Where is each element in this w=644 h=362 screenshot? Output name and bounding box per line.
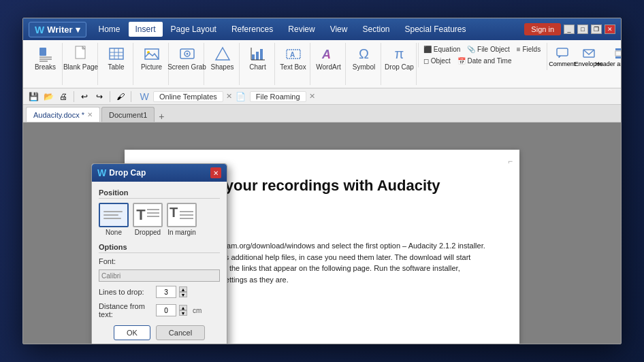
distance-down[interactable]: ▼ — [179, 310, 187, 316]
font-row: Font: — [99, 257, 220, 265]
tab-audacity-label: Audacity.docx * — [33, 111, 84, 119]
window-restore[interactable]: ❐ — [591, 24, 602, 34]
position-in-margin-label: In margin — [167, 229, 196, 236]
menu-review[interactable]: Review — [281, 22, 321, 37]
svg-rect-0 — [39, 48, 46, 56]
app-window: W Writer ▾ Home Insert Page Layout Refer… — [22, 18, 622, 344]
dialog-cancel-button[interactable]: Cancel — [156, 325, 205, 340]
window-close[interactable]: ✕ — [605, 24, 615, 34]
svg-rect-17 — [256, 52, 259, 60]
ribbon-btn-fields[interactable]: ≡ Fields — [515, 44, 543, 54]
ribbon-btn-picture[interactable]: Picture — [138, 43, 165, 72]
ribbon-group-screen-grab: Screen Grab — [170, 43, 204, 85]
toolbar-format-painter[interactable]: 🖌 — [114, 90, 127, 103]
file-roaming-tab[interactable]: File Roaming — [250, 91, 306, 102]
menu-insert[interactable]: Insert — [129, 22, 163, 37]
ribbon-btn-header-footer[interactable]: Header and Footer — [603, 44, 621, 69]
online-templates-tab[interactable]: Online Templates — [153, 91, 223, 102]
margin-t-letter: T — [170, 205, 178, 219]
ribbon-btn-wordart[interactable]: A WordArt — [313, 43, 344, 72]
ribbon-btn-chart[interactable]: Chart — [244, 43, 272, 72]
position-in-margin[interactable]: T In margin — [167, 203, 197, 236]
lines-drop-input[interactable] — [156, 286, 176, 298]
lines-drop-spinner[interactable]: ▲ ▼ — [179, 286, 187, 297]
dialog-body: Position — [92, 182, 227, 344]
ribbon-btn-shapes[interactable]: Shapes — [208, 43, 237, 72]
svg-rect-5 — [110, 48, 123, 59]
ribbon-btn-breaks[interactable]: Breaks — [32, 43, 59, 72]
window-controls: _ □ ❐ ✕ — [564, 24, 615, 34]
menu-references[interactable]: References — [225, 22, 280, 37]
menu-view[interactable]: View — [323, 22, 355, 37]
file-object-label: File Object — [477, 46, 510, 53]
toolbar-redo[interactable]: ↪ — [93, 90, 106, 103]
dropped-t-letter: T — [136, 208, 145, 223]
distance-input[interactable] — [156, 304, 176, 316]
menu-section[interactable]: Section — [355, 22, 396, 37]
svg-rect-10 — [145, 49, 159, 59]
menu-page-layout[interactable]: Page Layout — [164, 22, 223, 37]
toolbar-print[interactable]: 🖨 — [57, 90, 69, 103]
content-area: ⌐ Enhance your recordings with Audacity … — [23, 122, 621, 344]
ribbon-btn-date-time[interactable]: 📅 Date and Time — [455, 56, 514, 66]
equation-label: Drop Cap — [385, 63, 414, 71]
svg-rect-26 — [615, 48, 621, 50]
position-none[interactable]: None — [99, 203, 129, 236]
dialog-ok-button[interactable]: OK — [114, 325, 150, 340]
lines-drop-up[interactable]: ▲ — [179, 286, 187, 292]
ribbon-btn-object[interactable]: ◻ Object — [421, 56, 453, 66]
ribbon-group-symbol: Ω Symbol — [347, 43, 381, 85]
ribbon-btn-comment[interactable]: Comment — [550, 44, 574, 69]
breaks-icon — [36, 44, 55, 63]
tab-audacity-close[interactable]: ✕ — [87, 111, 93, 118]
ribbon-group-chart: Chart — [241, 43, 275, 85]
tab-document1[interactable]: Document1 — [101, 107, 155, 122]
ribbon-group-equation: π Drop Cap — [383, 43, 417, 85]
position-none-box — [99, 203, 129, 227]
font-label: Font: — [99, 257, 153, 265]
window-minimize[interactable]: _ — [564, 24, 575, 34]
menu-special-features[interactable]: Special Features — [398, 22, 472, 37]
ribbon-btn-table[interactable]: Table — [103, 43, 130, 72]
signin-button[interactable]: Sign in — [524, 23, 561, 35]
drop-cap-dialog-overlay: W Drop Cap ✕ Position — [91, 163, 227, 344]
svg-rect-24 — [557, 48, 568, 56]
menu-home[interactable]: Home — [92, 22, 127, 37]
lines-drop-down[interactable]: ▼ — [179, 292, 187, 297]
tab-audacity[interactable]: Audacity.docx * ✕ — [26, 107, 100, 122]
writer-dropdown-icon[interactable]: ▾ — [76, 24, 80, 35]
position-dropped[interactable]: T Dropped — [133, 203, 163, 236]
doc-type-icon: W — [138, 90, 150, 103]
tab-new-button[interactable]: + — [156, 111, 167, 122]
toolbar-undo[interactable]: ↩ — [78, 90, 91, 103]
toolbar-save[interactable]: 💾 — [27, 90, 39, 103]
ribbon-btn-screen-grab[interactable]: Screen Grab — [165, 43, 209, 72]
symbol-icon: Ω — [355, 44, 374, 63]
dialog-close-button[interactable]: ✕ — [210, 167, 221, 178]
ribbon-btn-text-box[interactable]: A Text Box — [277, 43, 308, 72]
distance-up[interactable]: ▲ — [179, 305, 187, 310]
position-dropped-box: T — [133, 203, 163, 227]
ribbon-btn-equation[interactable]: π Drop Cap — [382, 43, 417, 72]
toolbar-open[interactable]: 📂 — [42, 90, 54, 103]
ribbon-btn-blank-page[interactable]: Blank Page — [61, 43, 101, 72]
svg-rect-1 — [39, 56, 52, 58]
table-icon — [107, 44, 126, 63]
date-time-label: Date and Time — [467, 57, 511, 65]
window-maximize[interactable]: □ — [577, 24, 588, 34]
ribbon-btn-drop-cap[interactable]: ⬛ Equation — [421, 44, 462, 54]
ribbon-btn-symbol[interactable]: Ω Symbol — [350, 43, 378, 72]
ribbon-group-wordart: A WordArt — [312, 43, 346, 85]
dropped-visual: T — [136, 208, 159, 223]
svg-rect-18 — [260, 49, 263, 60]
svg-rect-3 — [39, 61, 48, 62]
writer-badge[interactable]: W Writer ▾ — [29, 22, 86, 37]
position-options: None T — [99, 203, 220, 236]
dialog-title-bar: W Drop Cap ✕ — [92, 164, 227, 182]
svg-point-14 — [186, 53, 188, 55]
font-input[interactable] — [99, 269, 220, 282]
distance-spinner[interactable]: ▲ ▼ — [179, 305, 187, 316]
toolbar-row: 💾 📂 🖨 ↩ ↪ 🖌 W Online Templates ✕ 📄 File … — [23, 88, 621, 105]
ribbon-btn-file-object[interactable]: 📎 File Object — [465, 44, 512, 54]
fields-label: Fields — [522, 46, 541, 53]
